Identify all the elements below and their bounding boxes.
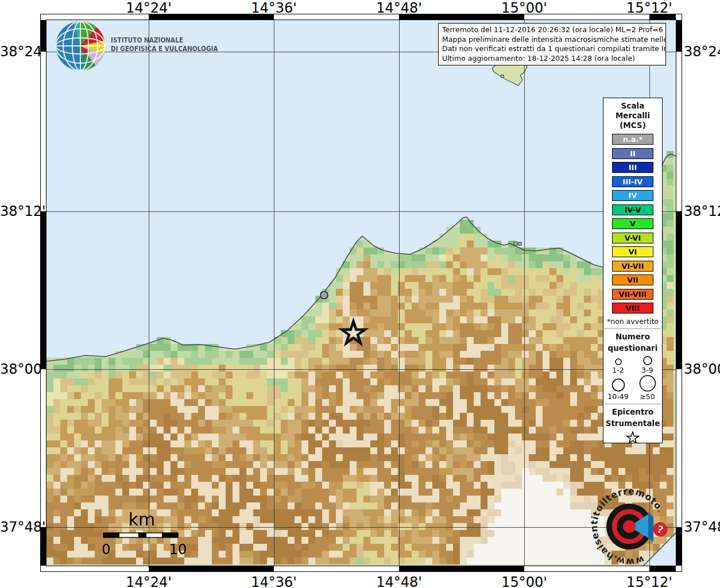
legend-panel: Scala Mercalli (MCS) n.a.*IIIIIIII-IVIVI… xyxy=(603,98,663,443)
logo-bullseye-center xyxy=(623,520,636,533)
axis-label-longitude: 14°36' xyxy=(251,574,297,588)
frame-black-segment xyxy=(399,14,524,20)
legend-title: Mercalli xyxy=(603,111,662,121)
legend-intensity-scale: n.a.*IIIIIIII-IVIVIV-VVV-VIVIVI-VIIVIIVI… xyxy=(603,134,662,314)
legend-divider xyxy=(605,404,660,404)
legend-class-chip: n.a.* xyxy=(612,134,653,145)
frame-black-segment xyxy=(399,566,524,571)
info-box-line: Ultimo aggiornamento: 18-12-2025 14:28 (… xyxy=(442,54,662,64)
axis-label-latitude: 38°24' xyxy=(684,44,720,60)
axis-label-latitude: 38°00' xyxy=(684,361,720,377)
epicenter-section-title: Strumentale xyxy=(603,417,662,429)
legend-class-chip: III-IV xyxy=(612,176,653,187)
axis-label-latitude: 37°48' xyxy=(0,519,38,535)
epicenter-star-icon xyxy=(627,432,639,443)
axis-label-longitude: 14°36' xyxy=(251,0,297,16)
legend-class-chip: V-VI xyxy=(612,233,653,243)
legend-class-chip: VIII xyxy=(612,303,653,314)
scalebar xyxy=(103,532,181,539)
questionnaire-circle-icon xyxy=(609,378,628,392)
legend-class-chip: VII-VIII xyxy=(612,289,653,300)
questionnaire-size-label: 3-9 xyxy=(641,366,653,374)
scalebar-end-label: 10 xyxy=(169,541,187,558)
axis-label-latitude: 38°00' xyxy=(0,361,38,377)
questionnaire-size-label: 1-2 xyxy=(612,366,624,374)
questionnaire-size-legend: 1-23-910-49≥50 xyxy=(603,355,662,401)
questionnaire-title: Numero xyxy=(603,331,662,342)
info-box-line: Mappa preliminare delle intensità macros… xyxy=(442,35,662,45)
axis-label-longitude: 14°48' xyxy=(376,0,422,16)
macroseismic-map-page: km 0 10 www.haisentitoilterremoto.it ? xyxy=(0,0,720,588)
legend-class-chip: VII xyxy=(612,274,653,285)
frame-black-segment xyxy=(41,211,46,369)
axis-label-longitude: 15°00' xyxy=(501,0,547,16)
legend-title: Scala xyxy=(603,101,662,111)
legend-epicenter-star xyxy=(603,430,662,444)
axis-label-latitude: 38°24' xyxy=(0,44,38,60)
questionnaire-title: questionari xyxy=(603,342,662,354)
questionnaire-size-item: 1-2 xyxy=(603,355,633,374)
questionnaire-circle-icon xyxy=(638,355,657,366)
legend-divider xyxy=(605,328,660,329)
frame-black-segment xyxy=(676,527,682,566)
questionnaire-size-item: 10-49 xyxy=(603,374,633,401)
scalebar-start-label: 0 xyxy=(102,541,110,558)
axis-label-longitude: 14°48' xyxy=(376,574,422,588)
haisentito-logo: www.haisentitoilterremoto.it ? xyxy=(580,478,676,566)
frame-black-segment xyxy=(41,20,46,52)
axis-label-latitude: 37°48' xyxy=(684,519,720,535)
questionnaire-circle-icon xyxy=(638,374,657,392)
axis-label-longitude: 15°00' xyxy=(501,574,547,588)
ingv-globe-icon xyxy=(55,21,106,71)
axis-label-longitude: 15°12' xyxy=(626,574,672,588)
frame-black-segment xyxy=(149,566,274,571)
info-box-line: Terremoto del 11-12-2016 20:26:32 (ora l… xyxy=(442,25,662,35)
logo-cone-edge xyxy=(648,512,653,542)
ingv-name-line1: ISTITUTO NAZIONALE xyxy=(111,36,218,44)
axis-label-longitude: 14°24' xyxy=(126,0,172,16)
legend-class-chip: IV xyxy=(612,190,653,201)
legend-class-chip: VI xyxy=(612,246,653,257)
questionnaire-size-item: ≥50 xyxy=(633,374,662,401)
frame-black-segment xyxy=(41,527,46,566)
questionnaire-size-item: 3-9 xyxy=(633,355,662,374)
questionnaire-size-label: ≥50 xyxy=(640,392,655,401)
ingv-name: ISTITUTO NAZIONALE DI GEOFISICA E VULCAN… xyxy=(111,36,218,53)
frame-black-segment xyxy=(676,20,682,52)
ingv-name-line2: DI GEOFISICA E VULCANOLOGIA xyxy=(111,44,218,53)
questionnaire-circle-icon xyxy=(609,358,628,366)
legend-class-chip: V xyxy=(612,218,653,229)
ingv-logo: ISTITUTO NAZIONALE DI GEOFISICA E VULCAN… xyxy=(55,21,239,74)
info-box-line: Dati non verificati estratti da 1 questi… xyxy=(442,44,662,54)
legend-class-chip: II xyxy=(612,148,653,159)
questionnaire-size-label: 10-49 xyxy=(607,392,628,401)
legend-class-chip: VI-VII xyxy=(612,261,653,272)
legend-class-chip: IV-V xyxy=(612,204,653,215)
frame-black-segment xyxy=(649,14,676,20)
frame-black-segment xyxy=(649,566,676,571)
earthquake-info-box: Terremoto del 11-12-2016 20:26:32 (ora l… xyxy=(438,23,666,65)
frame-black-segment xyxy=(149,14,274,20)
epicenter-section-title: Epicentro xyxy=(603,406,662,417)
axis-label-longitude: 14°24' xyxy=(126,574,172,588)
legend-footnote: *non avvertito xyxy=(603,317,662,326)
axis-label-latitude: 38°12' xyxy=(0,203,38,219)
locality-circle xyxy=(320,292,328,299)
frame-black-segment xyxy=(676,211,682,369)
legend-title: (MCS) xyxy=(603,121,662,130)
epicenter-star-icon xyxy=(342,322,365,343)
scalebar-unit: km xyxy=(104,509,180,529)
legend-class-chip: III xyxy=(612,162,653,173)
axis-label-longitude: 15°12' xyxy=(626,0,672,16)
map-area: km 0 10 www.haisentitoilterremoto.it ? xyxy=(47,20,676,566)
axis-label-latitude: 38°12' xyxy=(684,203,720,219)
